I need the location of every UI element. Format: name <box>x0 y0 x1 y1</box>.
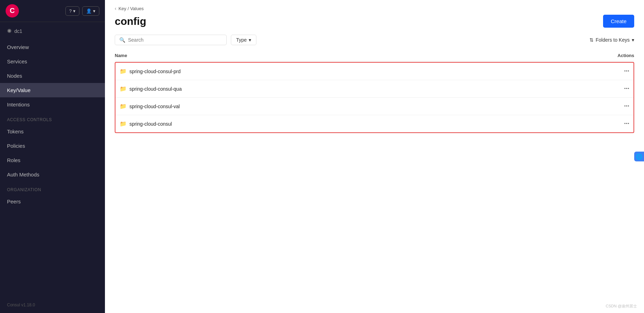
row-name-label: spring-cloud-consul-qua <box>129 86 182 92</box>
col-name-header: Name <box>115 50 336 61</box>
folder-icon: 📁 <box>120 103 127 110</box>
sidebar-item-services[interactable]: Services <box>0 54 105 69</box>
breadcrumb-arrow-icon: ‹ <box>115 6 116 11</box>
col-actions-header: Actions <box>336 50 634 61</box>
type-label: Type <box>236 37 247 43</box>
user-button[interactable]: 👤 ▾ <box>82 6 99 16</box>
sidebar-item-nodes[interactable]: Nodes <box>0 69 105 83</box>
row-name-label: spring-cloud-consul <box>129 121 172 127</box>
help-button[interactable]: ? ▾ <box>65 6 79 16</box>
folders-label: Folders to Keys <box>596 37 630 43</box>
search-box: 🔍 <box>115 35 227 45</box>
sidebar: C ? ▾ 👤 ▾ ✺ dc1 Overview Services Nodes … <box>0 0 105 313</box>
folder-icon: 📁 <box>120 85 127 92</box>
table-row[interactable]: 📁 spring-cloud-consul ··· <box>115 115 634 132</box>
breadcrumb-link[interactable]: Key / Values <box>119 6 144 11</box>
toolbar: 🔍 Type ▾ ⇅ Folders to Keys ▾ <box>105 35 644 50</box>
row-actions-menu[interactable]: ··· <box>624 85 634 92</box>
row-actions-menu[interactable]: ··· <box>624 120 634 127</box>
sidebar-item-keyvalue[interactable]: Key/Value <box>0 83 105 97</box>
row-actions-menu[interactable]: ··· <box>624 68 634 75</box>
dc-section: ✺ dc1 <box>0 22 105 40</box>
sidebar-item-peers[interactable]: Peers <box>0 194 105 209</box>
search-input[interactable] <box>128 37 222 43</box>
help-icon: ? <box>69 8 72 14</box>
row-name: 📁 spring-cloud-consul-val <box>115 103 624 110</box>
sidebar-item-auth-methods[interactable]: Auth Methods <box>0 167 105 182</box>
create-button[interactable]: Create <box>603 15 634 28</box>
table-head: Name Actions <box>115 50 634 61</box>
global-side-button[interactable]: 🌐 <box>634 152 644 161</box>
version-label: Consul v1.18.0 <box>7 302 35 307</box>
svg-text:C: C <box>10 7 15 14</box>
folders-chevron-icon: ▾ <box>632 37 634 43</box>
entries-container: 📁 spring-cloud-consul-prd ··· 📁 spring-c… <box>115 62 634 133</box>
org-nav: Peers <box>0 194 105 209</box>
help-chevron-icon: ▾ <box>73 8 76 14</box>
sidebar-footer: Consul v1.18.0 <box>0 297 105 313</box>
row-actions-menu[interactable]: ··· <box>624 103 634 110</box>
page-title: config <box>115 15 146 27</box>
sidebar-item-roles[interactable]: Roles <box>0 153 105 167</box>
sort-icon: ⇅ <box>589 37 594 43</box>
row-name: 📁 spring-cloud-consul-qua <box>115 85 624 92</box>
logo-area: C <box>6 4 19 18</box>
access-controls-label: Access Controls <box>0 112 105 124</box>
table-container: Name Actions 📁 spring-cloud-consul-prd ·… <box>105 50 644 313</box>
search-icon: 🔍 <box>119 37 125 43</box>
table-row[interactable]: 📁 spring-cloud-consul-val ··· <box>115 98 634 115</box>
access-controls-nav: Tokens Policies Roles Auth Methods <box>0 124 105 182</box>
main-content: ‹ Key / Values config Create 🔍 Type ▾ ⇅ … <box>105 0 644 313</box>
consul-logo-icon: C <box>6 4 19 18</box>
row-name-label: spring-cloud-consul-prd <box>129 69 181 74</box>
sidebar-header: C ? ▾ 👤 ▾ <box>0 0 105 22</box>
folders-to-keys-button[interactable]: ⇅ Folders to Keys ▾ <box>589 35 634 45</box>
sidebar-item-overview[interactable]: Overview <box>0 40 105 54</box>
header-controls: ? ▾ 👤 ▾ <box>65 6 99 16</box>
kv-table: Name Actions <box>115 50 634 61</box>
table-row[interactable]: 📁 spring-cloud-consul-qua ··· <box>115 80 634 98</box>
breadcrumb: ‹ Key / Values <box>105 0 644 11</box>
table-row[interactable]: 📁 spring-cloud-consul-prd ··· <box>115 63 634 80</box>
user-icon: 👤 <box>86 8 92 14</box>
sidebar-item-intentions[interactable]: Intentions <box>0 97 105 112</box>
type-chevron-icon: ▾ <box>249 37 251 43</box>
sidebar-item-policies[interactable]: Policies <box>0 139 105 153</box>
row-name: 📁 spring-cloud-consul <box>115 120 624 127</box>
type-filter-button[interactable]: Type ▾ <box>231 35 256 45</box>
folder-icon: 📁 <box>120 68 127 75</box>
row-name-label: spring-cloud-consul-val <box>129 104 180 109</box>
sidebar-item-tokens[interactable]: Tokens <box>0 124 105 139</box>
dc-icon: ✺ <box>7 28 12 34</box>
organization-label: Organization <box>0 182 105 194</box>
globe-icon: 🌐 <box>636 153 643 160</box>
page-header: config Create <box>105 11 644 35</box>
watermark: CSDN @渝州居士 <box>606 304 637 309</box>
user-chevron-icon: ▾ <box>93 8 95 14</box>
dc-label: dc1 <box>14 28 22 34</box>
row-name: 📁 spring-cloud-consul-prd <box>115 68 624 75</box>
main-nav: Overview Services Nodes Key/Value Intent… <box>0 40 105 112</box>
folder-icon: 📁 <box>120 120 127 127</box>
